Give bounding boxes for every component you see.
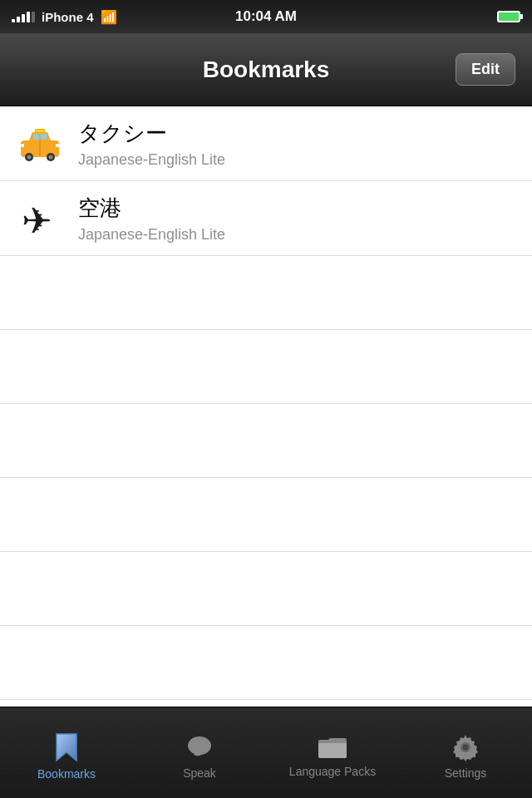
empty-row-3 xyxy=(0,404,532,478)
status-bar: iPhone 4 📶 10:04 AM xyxy=(0,0,532,33)
taxi-svg xyxy=(17,126,62,162)
tab-settings-label: Settings xyxy=(445,766,487,780)
empty-row-4 xyxy=(0,478,532,552)
item-title-airport: 空港 xyxy=(78,194,225,223)
signal-bars xyxy=(12,11,35,22)
signal-bar-4 xyxy=(27,12,30,22)
taxi-icon xyxy=(17,121,63,167)
empty-row-6 xyxy=(0,626,532,700)
item-title-taxi: タクシー xyxy=(78,119,225,148)
nav-title: Bookmarks xyxy=(203,57,330,83)
status-right xyxy=(497,11,520,22)
tab-speak-label: Speak xyxy=(183,766,216,780)
svg-point-16 xyxy=(463,744,469,750)
svg-rect-1 xyxy=(33,134,39,140)
empty-row-2 xyxy=(0,330,532,404)
tab-language-packs[interactable]: Language Packs xyxy=(266,707,399,798)
svg-rect-9 xyxy=(56,144,59,147)
svg-point-6 xyxy=(49,155,53,159)
battery-icon xyxy=(497,11,520,22)
list-item-airport[interactable]: ✈ 空港 Japanese-English Lite xyxy=(0,181,532,256)
plane-svg: ✈ xyxy=(18,197,62,240)
folder-icon xyxy=(317,735,348,760)
speech-icon xyxy=(185,733,214,761)
svg-point-4 xyxy=(27,155,32,159)
gear-icon xyxy=(451,733,480,761)
edit-button[interactable]: Edit xyxy=(456,53,515,86)
item-subtitle-airport: Japanese-English Lite xyxy=(78,226,225,244)
tab-language-packs-label: Language Packs xyxy=(289,765,376,778)
list-container: タクシー Japanese-English Lite ✈ 空港 Japanese… xyxy=(0,106,532,774)
tab-bookmarks-label: Bookmarks xyxy=(37,767,96,781)
tab-bar: Bookmarks Speak Language Packs Settings xyxy=(0,707,532,798)
signal-bar-2 xyxy=(17,17,20,22)
svg-rect-2 xyxy=(41,134,47,140)
tab-bookmarks[interactable]: Bookmarks xyxy=(0,707,133,798)
item-text-taxi: タクシー Japanese-English Lite xyxy=(78,119,225,169)
empty-row-1 xyxy=(0,256,532,330)
item-text-airport: 空港 Japanese-English Lite xyxy=(78,194,225,244)
svg-rect-10 xyxy=(21,144,24,147)
list-item-taxi[interactable]: タクシー Japanese-English Lite xyxy=(0,106,532,181)
svg-text:✈: ✈ xyxy=(22,200,52,240)
tab-settings[interactable]: Settings xyxy=(399,707,532,798)
signal-bar-1 xyxy=(12,19,15,22)
status-time: 10:04 AM xyxy=(235,8,297,25)
signal-bar-5 xyxy=(32,12,35,22)
item-subtitle-taxi: Japanese-English Lite xyxy=(78,151,225,169)
bookmark-icon xyxy=(55,732,78,762)
tab-speak[interactable]: Speak xyxy=(133,707,266,798)
plane-icon: ✈ xyxy=(17,195,63,242)
status-left: iPhone 4 📶 xyxy=(12,9,117,25)
svg-rect-8 xyxy=(36,130,44,132)
empty-row-5 xyxy=(0,552,532,626)
wifi-icon: 📶 xyxy=(101,9,117,25)
signal-bar-3 xyxy=(22,14,25,22)
nav-bar: Bookmarks Edit xyxy=(0,33,532,106)
device-name: iPhone 4 xyxy=(42,10,94,24)
